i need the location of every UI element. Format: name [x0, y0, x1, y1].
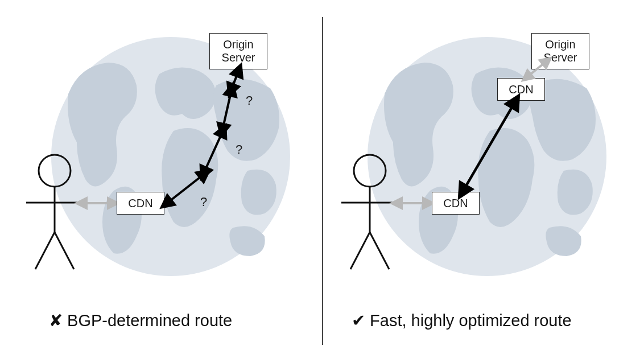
- arrow-multi-hop: [0, 0, 322, 362]
- check-icon: ✔: [352, 311, 365, 330]
- question-mark: ?: [236, 142, 242, 157]
- svg-line-8: [205, 133, 222, 171]
- question-mark: ?: [200, 195, 207, 209]
- caption-text: Fast, highly optimized route: [370, 311, 572, 330]
- panel-bgp-route: CDN Origin Server ? ? ? ✘: [0, 0, 322, 362]
- svg-line-10: [232, 73, 238, 88]
- svg-line-7: [168, 175, 203, 202]
- question-mark: ?: [246, 93, 253, 108]
- svg-line-9: [223, 92, 231, 127]
- arrow-cdn-origin: [322, 0, 644, 362]
- caption-text: BGP-determined route: [67, 311, 232, 330]
- cross-icon: ✘: [49, 311, 63, 330]
- caption-optimized: ✔ Fast, highly optimized route: [352, 311, 572, 330]
- panel-optimized-route: CDN CDN Origin Server ✔: [322, 0, 644, 362]
- svg-line-19: [528, 62, 546, 76]
- diagram: CDN Origin Server ? ? ? ✘: [0, 0, 644, 362]
- caption-bgp: ✘ BGP-determined route: [49, 311, 232, 330]
